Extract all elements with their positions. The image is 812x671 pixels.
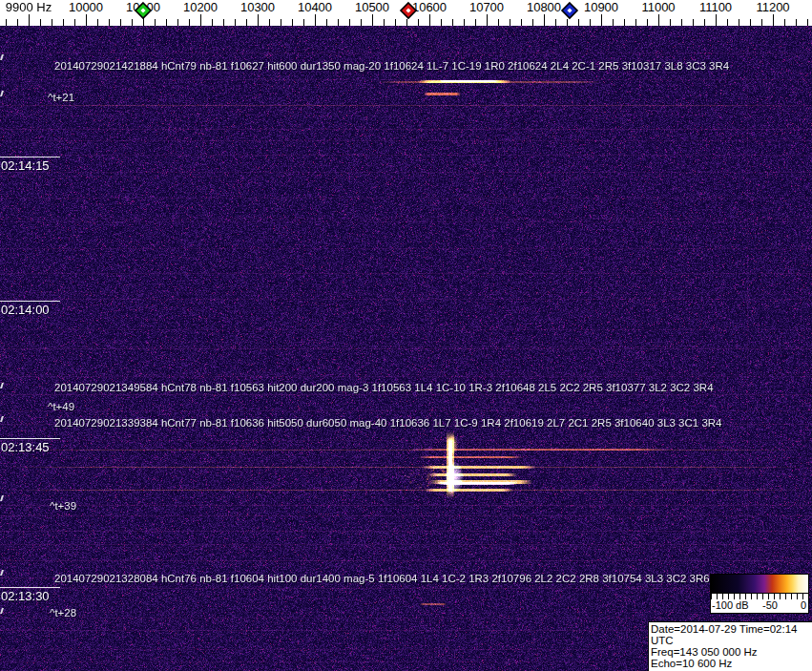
ruler-label: 11100	[699, 0, 732, 14]
ruler-label: 10800	[527, 0, 561, 14]
ruler-minor-tick	[40, 19, 41, 26]
ruler-major-tick	[658, 14, 659, 26]
ruler-label: 10000	[69, 0, 103, 14]
echo-detection-log-line: 20140729021421884 hCnt79 nb-81 f10627 hi…	[54, 60, 729, 72]
ruler-major-tick	[773, 14, 774, 26]
ruler-minor-tick	[498, 19, 499, 26]
ruler-minor-tick	[212, 19, 213, 26]
ruler-label: 11000	[641, 0, 675, 14]
ruler-major-tick	[601, 14, 602, 26]
ruler-minor-tick	[441, 19, 442, 26]
ruler-minor-tick	[303, 19, 304, 26]
color-gradient-bar	[711, 575, 808, 594]
ruler-minor-tick	[761, 19, 762, 26]
ruler-minor-tick	[326, 19, 327, 26]
ruler-minor-tick	[532, 19, 533, 26]
ruler-minor-tick	[521, 19, 522, 26]
ruler-minor-tick	[475, 19, 476, 26]
ruler-major-tick	[716, 14, 717, 26]
ruler-minor-tick	[6, 19, 7, 26]
ruler-minor-tick	[97, 19, 98, 26]
ruler-minor-tick	[750, 19, 751, 26]
time-label: 02:13:45	[1, 440, 50, 454]
db-color-scale: -100 dB -50 0	[710, 574, 809, 614]
ruler-minor-tick	[177, 19, 178, 26]
ruler-minor-tick	[727, 19, 728, 26]
ruler-minor-tick	[624, 19, 625, 26]
time-label: 02:13:30	[1, 589, 50, 603]
ruler-minor-tick	[647, 19, 648, 26]
time-label: 02:14:15	[1, 158, 50, 173]
ruler-major-tick	[200, 14, 201, 26]
echo-detection-log-line: 20140729021339384 hCnt77 nb-81 f10636 hi…	[54, 417, 722, 429]
ruler-minor-tick	[807, 19, 808, 26]
ruler-minor-tick	[464, 19, 465, 26]
echo-time-offset-label: ^t+21	[48, 92, 74, 103]
ruler-minor-tick	[63, 19, 64, 26]
echo-time-offset-label: ^t+39	[50, 500, 76, 512]
ruler-minor-tick	[17, 19, 18, 26]
ruler-minor-tick	[52, 19, 52, 26]
ruler-minor-tick	[361, 19, 362, 26]
ruler-marker-green-diamond-icon[interactable]	[134, 1, 153, 24]
ruler-minor-tick	[796, 19, 797, 26]
echo-detection-log-line: 20140729021328084 hCnt76 nb-81 f10604 hi…	[54, 573, 710, 584]
ruler-marker-blue-diamond-icon[interactable]	[560, 1, 579, 24]
ruler-minor-tick	[109, 19, 110, 26]
scale-label-mid: -50	[762, 599, 778, 611]
time-axis-tick	[0, 301, 60, 302]
ruler-label: 9900 Hz	[6, 0, 52, 14]
ruler-minor-tick	[395, 19, 396, 26]
ruler-minor-tick	[384, 19, 385, 26]
ruler-minor-tick	[189, 19, 190, 26]
ruler-marker-red-diamond-icon[interactable]	[399, 1, 418, 24]
ruler-label: 10400	[298, 0, 332, 14]
info-date-time: Date=2014-07-29 Time=02:14 UTC	[651, 623, 810, 646]
meteor-spectrogram-window: 9900 Hz100001010010200103001040010500106…	[0, 0, 812, 671]
ruler-minor-tick	[74, 19, 75, 26]
ruler-major-tick	[544, 14, 545, 26]
ruler-label: 10300	[240, 0, 275, 14]
time-axis-tick	[0, 157, 60, 157]
ruler-minor-tick	[132, 19, 133, 26]
ruler-minor-tick	[681, 19, 682, 26]
ruler-label: 10500	[355, 0, 389, 14]
ruler-minor-tick	[235, 19, 236, 26]
ruler-minor-tick	[693, 19, 694, 26]
ruler-minor-tick	[269, 19, 270, 26]
echo-time-offset-label: ^t+49	[48, 401, 74, 412]
ruler-minor-tick	[739, 19, 739, 26]
ruler-major-tick	[315, 14, 316, 26]
ruler-major-tick	[372, 14, 373, 26]
ruler-label: 11200	[756, 0, 789, 14]
ruler-minor-tick	[338, 19, 339, 26]
ruler-label: 10200	[183, 0, 218, 14]
ruler-minor-tick	[590, 19, 591, 26]
ruler-minor-tick	[704, 19, 705, 26]
ruler-label: 10700	[469, 0, 504, 14]
ruler-major-tick	[258, 14, 259, 26]
ruler-minor-tick	[784, 19, 785, 26]
ruler-minor-tick	[223, 19, 224, 26]
ruler-major-tick	[487, 14, 488, 26]
scale-label-min: -100 dB	[712, 599, 749, 611]
ruler-minor-tick	[292, 19, 293, 26]
time-axis-tick	[0, 587, 60, 588]
ruler-minor-tick	[510, 19, 510, 26]
ruler-minor-tick	[635, 19, 636, 26]
echo-time-offset-label: ^t+28	[50, 607, 76, 619]
ruler-minor-tick	[670, 19, 671, 26]
ruler-minor-tick	[555, 19, 556, 26]
ruler-minor-tick	[418, 19, 419, 26]
ruler-minor-tick	[246, 19, 247, 26]
info-frequency: Freq=143 050 000 Hz	[651, 646, 810, 658]
status-info-box: Date=2014-07-29 Time=02:14 UTC Freq=143 …	[648, 621, 812, 671]
ruler-minor-tick	[155, 19, 156, 26]
ruler-minor-tick	[613, 19, 614, 26]
ruler-minor-tick	[166, 19, 167, 26]
ruler-major-tick	[429, 14, 430, 26]
time-label: 02:14:00	[1, 303, 50, 317]
ruler-minor-tick	[349, 19, 350, 26]
ruler-major-tick	[29, 14, 30, 26]
echo-detection-log-line: 20140729021349584 hCnt78 nb-81 f10563 hi…	[54, 382, 714, 393]
